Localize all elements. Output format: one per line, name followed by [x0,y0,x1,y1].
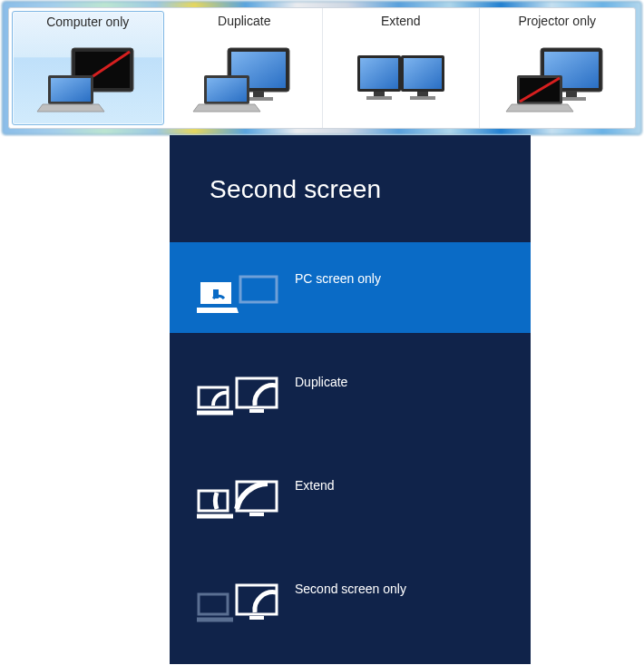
win7-options-row: Computer only [8,7,636,129]
svg-rect-16 [404,58,442,89]
win8-option-label: Second screen only [295,582,406,614]
win7-option-label: Computer only [46,15,129,29]
svg-rect-19 [366,96,392,100]
win8-option-pc-screen-only[interactable]: PC screen only [170,242,531,333]
svg-rect-32 [240,277,277,302]
win8-option-second-screen-only[interactable]: Second screen only [170,553,531,643]
duplicate-icon [197,364,282,418]
win8-option-label: PC screen only [295,271,381,304]
svg-rect-17 [374,92,385,96]
win8-option-label: Extend [295,478,335,511]
panel-title: Second screen [170,135,531,204]
win8-option-label: Duplicate [295,375,347,407]
svg-rect-44 [249,616,264,620]
pc-screen-only-icon [197,260,282,315]
win7-option-computer-only[interactable]: Computer only [12,11,164,125]
svg-rect-4 [51,78,91,102]
win7-option-duplicate[interactable]: Duplicate [167,8,324,128]
win7-option-label: Duplicate [218,14,270,28]
svg-rect-20 [410,96,435,100]
extend-icon [346,32,455,124]
win8-option-duplicate[interactable]: Duplicate [170,346,531,436]
extend-icon [197,467,282,522]
win8-second-screen-panel: Second screen PC screen only [170,135,531,664]
win7-option-label: Extend [381,14,421,28]
win7-display-switch-bar: Computer only [2,1,642,135]
win8-options-list: PC screen only Duplicate [170,242,531,656]
svg-rect-11 [207,78,247,102]
svg-marker-5 [37,104,104,112]
svg-rect-18 [417,92,428,96]
svg-marker-30 [197,308,239,313]
svg-rect-14 [360,58,398,89]
win7-option-label: Projector only [518,14,596,28]
svg-rect-41 [199,594,228,614]
svg-rect-40 [249,513,264,516]
svg-marker-12 [193,104,260,112]
computer-only-icon [34,33,142,123]
second-screen-only-icon [197,571,282,625]
svg-rect-23 [566,92,577,97]
projector-only-icon [503,32,611,124]
win7-option-extend[interactable]: Extend [323,8,480,128]
win8-option-extend[interactable]: Extend [170,449,531,540]
win7-option-projector-only[interactable]: Projector only [480,8,636,128]
svg-marker-27 [506,104,573,112]
svg-rect-8 [253,92,264,97]
duplicate-icon [190,32,298,124]
svg-rect-36 [249,409,264,413]
